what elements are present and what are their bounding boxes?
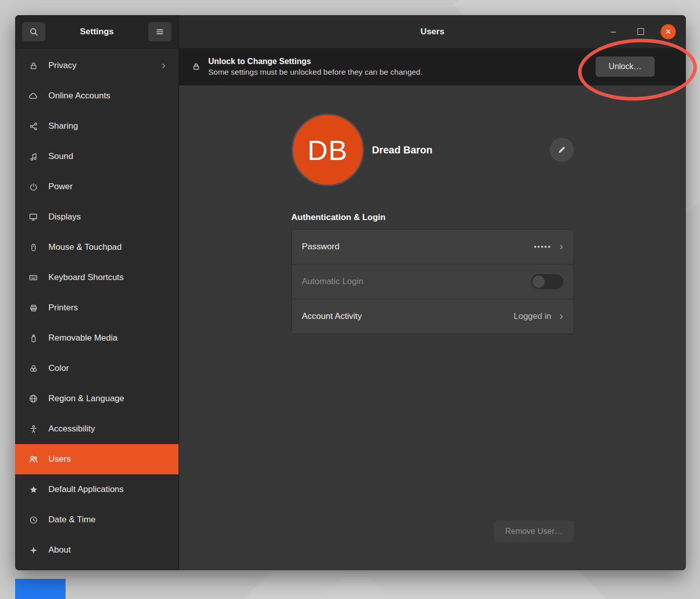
minimize-icon: –	[611, 26, 616, 37]
music-note-icon	[28, 152, 38, 161]
sidebar-item-label: Color	[48, 363, 69, 373]
minimize-button[interactable]: –	[606, 25, 620, 39]
password-value: •••••	[534, 243, 552, 251]
sidebar-item-label: Online Accounts	[48, 91, 110, 101]
close-button[interactable]: ✕	[661, 24, 676, 39]
toggle-knob	[533, 276, 545, 288]
maximize-button[interactable]	[633, 25, 648, 39]
automatic-login-toggle[interactable]	[531, 274, 563, 289]
sidebar-item-label: Accessibility	[48, 424, 95, 434]
edit-name-button[interactable]	[550, 138, 574, 162]
mouse-icon	[28, 243, 38, 252]
automatic-login-row: Automatic Login	[292, 264, 573, 299]
sidebar-item-label: About	[48, 545, 71, 555]
sidebar: Settings Privacy › Online Accounts	[15, 15, 179, 570]
sidebar-item-label: Date & Time	[48, 515, 96, 525]
share-icon	[28, 122, 38, 131]
chevron-right-icon: ›	[559, 241, 563, 252]
sidebar-item-label: Region & Language	[48, 394, 124, 404]
sidebar-list: Privacy › Online Accounts Sharing So	[15, 48, 179, 565]
desktop-blue-corner	[15, 579, 66, 599]
search-button[interactable]	[22, 22, 45, 41]
sidebar-item-label: Sound	[48, 151, 73, 161]
sidebar-item-removable-media[interactable]: Removable Media	[15, 323, 179, 353]
usb-drive-icon	[28, 334, 38, 343]
sidebar-item-label: Mouse & Touchpad	[48, 242, 122, 252]
sidebar-item-label: Default Applications	[48, 484, 124, 495]
sidebar-item-region-language[interactable]: Region & Language	[15, 384, 179, 414]
authentication-card: Password ••••• › Automatic Login Ac	[291, 229, 574, 334]
sidebar-item-default-applications[interactable]: Default Applications	[15, 474, 179, 505]
maximize-icon	[637, 28, 644, 35]
password-row[interactable]: Password ••••• ›	[292, 230, 573, 264]
main-panel: Users – ✕ Unlock to Change Settings Some…	[179, 15, 686, 570]
password-label: Password	[302, 242, 340, 252]
display-icon	[28, 212, 38, 222]
power-icon	[28, 183, 38, 191]
sidebar-item-keyboard-shortcuts[interactable]: Keyboard Shortcuts	[15, 262, 179, 293]
hamburger-menu-icon	[155, 27, 164, 36]
banner-title: Unlock to Change Settings	[208, 56, 423, 67]
sidebar-item-printers[interactable]: Printers	[15, 293, 179, 323]
sidebar-item-label: Users	[48, 454, 71, 464]
banner-text: Unlock to Change Settings Some settings …	[208, 56, 423, 77]
account-activity-row[interactable]: Account Activity Logged in ›	[292, 299, 573, 334]
sidebar-item-accessibility[interactable]: Accessibility	[15, 414, 179, 444]
user-avatar[interactable]: DB	[291, 114, 364, 186]
sidebar-title: Settings	[49, 27, 144, 37]
color-circles-icon	[28, 364, 38, 373]
sidebar-item-sharing[interactable]: Sharing	[15, 111, 179, 141]
sidebar-item-about[interactable]: About	[15, 535, 179, 565]
keyboard-icon	[28, 273, 38, 282]
sidebar-item-label: Power	[48, 182, 73, 192]
user-name: Dread Baron	[372, 144, 433, 156]
sidebar-item-label: Sharing	[48, 121, 78, 131]
sidebar-header: Settings	[15, 15, 179, 48]
users-content: DB Dread Baron Authentication & Login Pa…	[179, 85, 686, 570]
sidebar-item-displays[interactable]: Displays	[15, 202, 179, 232]
unlock-banner: Unlock to Change Settings Some settings …	[179, 48, 686, 85]
sidebar-item-users[interactable]: Users	[15, 444, 179, 474]
sidebar-item-label: Removable Media	[48, 333, 118, 343]
printer-icon	[28, 304, 38, 312]
account-activity-label: Account Activity	[302, 311, 362, 321]
main-header: Users – ✕	[179, 15, 686, 48]
sidebar-item-label: Displays	[48, 212, 81, 222]
sidebar-item-date-time[interactable]: Date & Time	[15, 505, 179, 535]
window-controls: – ✕	[606, 24, 686, 39]
cloud-icon	[28, 91, 38, 100]
close-icon: ✕	[665, 27, 672, 36]
sidebar-item-color[interactable]: Color	[15, 353, 179, 384]
section-title-authentication: Authentication & Login	[291, 212, 574, 223]
accessibility-person-icon	[28, 425, 38, 433]
banner-subtitle: Some settings must be unlocked before th…	[208, 67, 423, 77]
lock-icon	[192, 63, 200, 71]
primary-menu-button[interactable]	[148, 22, 171, 41]
sidebar-item-label: Printers	[48, 303, 78, 313]
users-icon	[28, 455, 38, 464]
globe-icon	[28, 394, 38, 403]
sidebar-item-label: Privacy	[48, 61, 77, 71]
clock-icon	[28, 516, 38, 524]
sparkle-icon	[28, 546, 38, 555]
user-row: DB Dread Baron	[291, 114, 574, 186]
sidebar-item-mouse-touchpad[interactable]: Mouse & Touchpad	[15, 232, 179, 262]
avatar-initials: DB	[308, 134, 348, 167]
sidebar-item-online-accounts[interactable]: Online Accounts	[15, 81, 179, 111]
lock-icon	[28, 62, 38, 70]
chevron-right-icon: ›	[559, 311, 563, 322]
sidebar-item-sound[interactable]: Sound	[15, 141, 179, 172]
automatic-login-label: Automatic Login	[302, 277, 364, 287]
sidebar-item-privacy[interactable]: Privacy ›	[15, 50, 179, 81]
account-activity-value: Logged in	[513, 311, 551, 321]
search-icon	[29, 27, 38, 36]
pencil-icon	[557, 145, 566, 154]
sidebar-item-power[interactable]: Power	[15, 172, 179, 202]
unlock-button[interactable]: Unlock…	[596, 57, 655, 77]
sidebar-item-label: Keyboard Shortcuts	[48, 273, 124, 283]
star-icon	[28, 485, 38, 494]
chevron-right-icon: ›	[162, 60, 165, 71]
settings-window: Settings Privacy › Online Accounts	[15, 15, 686, 570]
remove-user-button[interactable]: Remove User…	[494, 521, 574, 542]
